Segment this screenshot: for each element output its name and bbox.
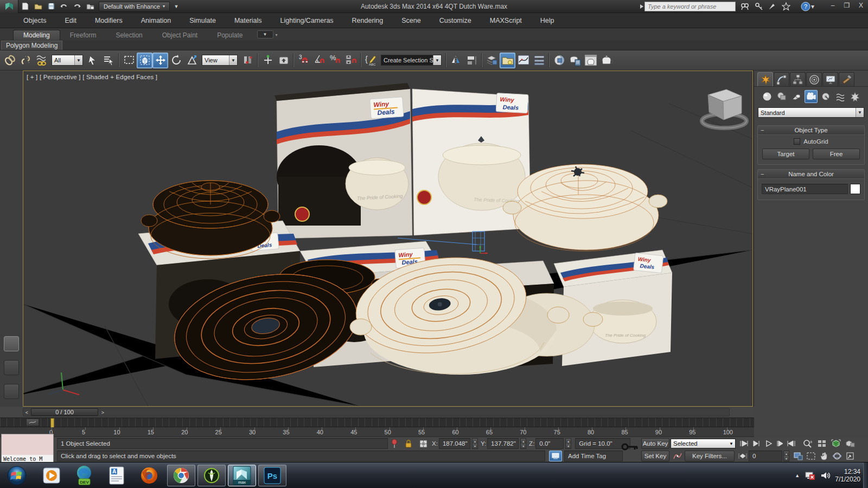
- perspective-viewport[interactable]: The Pride of Cooking Winy Deals The Prid…: [23, 70, 753, 407]
- panel-polygon-modeling[interactable]: Polygon Modeling: [1, 41, 62, 50]
- mirror-button[interactable]: [448, 53, 464, 68]
- select-by-name-button[interactable]: [101, 53, 117, 68]
- application-menu-button[interactable]: [0, 0, 18, 13]
- menu-modifiers[interactable]: Modifiers: [86, 14, 132, 28]
- time-tag-icon[interactable]: [549, 451, 562, 461]
- taskbar-3dsmax-button[interactable]: max: [228, 465, 256, 486]
- named-selection-sets-dropdown[interactable]: Create Selection Se ▼: [381, 55, 442, 66]
- frame-spinner[interactable]: ▲▼: [783, 451, 789, 461]
- viewport-layout-tab-2[interactable]: [4, 360, 19, 375]
- x-spinner[interactable]: ▲▼: [472, 438, 478, 449]
- select-and-scale-button[interactable]: [184, 53, 200, 68]
- rectangular-selection-region-button[interactable]: [121, 53, 137, 68]
- isolate-selection-button[interactable]: [792, 451, 804, 461]
- subscription-key-icon[interactable]: [753, 1, 765, 12]
- material-editor-button[interactable]: [551, 53, 567, 68]
- tab-hierarchy[interactable]: [790, 72, 806, 86]
- key-mode-toggle-button[interactable]: [737, 451, 749, 461]
- spinner-snap-toggle-button[interactable]: [343, 53, 359, 68]
- selection-filter-dropdown[interactable]: All ▼: [52, 55, 83, 66]
- volume-icon[interactable]: [820, 471, 830, 480]
- tab-modify[interactable]: [774, 72, 789, 86]
- maximize-viewport-toggle[interactable]: [844, 451, 856, 461]
- taskbar-coreldraw-button[interactable]: [197, 465, 226, 486]
- ribbon-tab-modeling[interactable]: Modeling: [13, 30, 60, 40]
- pan-view-button[interactable]: [818, 451, 830, 461]
- open-mini-curve-editor-button[interactable]: [26, 419, 39, 426]
- menu-lighting-cameras[interactable]: Lighting/Cameras: [271, 14, 343, 28]
- previous-frame-button[interactable]: [751, 438, 763, 449]
- z-spinner[interactable]: ▲▼: [565, 438, 571, 449]
- show-desktop-button[interactable]: [863, 463, 868, 488]
- select-object-button[interactable]: [85, 53, 101, 68]
- menu-simulate[interactable]: Simulate: [180, 14, 225, 28]
- viewport-label[interactable]: [ + ] [ Perspective ] [ Shaded + Edged F…: [27, 74, 157, 80]
- menu-scene[interactable]: Scene: [392, 14, 430, 28]
- time-slider-track[interactable]: < 0 / 100 >: [23, 408, 730, 416]
- manage-layers-button[interactable]: [484, 53, 500, 68]
- select-and-move-button[interactable]: [152, 53, 168, 68]
- menu-animation[interactable]: Animation: [132, 14, 181, 28]
- go-to-end-button[interactable]: [786, 438, 797, 449]
- ribbon-minimize-dropdown[interactable]: ▼: [257, 30, 273, 38]
- render-production-button[interactable]: [598, 53, 614, 68]
- object-type-header[interactable]: − Object Type: [758, 126, 864, 135]
- save-file-button[interactable]: [45, 2, 57, 11]
- sign-in-icon[interactable]: [766, 1, 778, 12]
- welcome-window-minimized[interactable]: Welcome to M: [1, 434, 54, 462]
- taskbar-photoshop-button[interactable]: Ps: [258, 465, 286, 486]
- help-caret-icon[interactable]: ▾: [809, 1, 816, 12]
- selection-lock-icon[interactable]: [403, 438, 414, 449]
- orbit-view-button[interactable]: [831, 451, 843, 461]
- category-shapes[interactable]: [775, 90, 788, 103]
- select-and-link-button[interactable]: [2, 53, 18, 68]
- category-systems[interactable]: [848, 90, 861, 103]
- tab-create[interactable]: [757, 72, 773, 86]
- project-folder-button[interactable]: [84, 2, 96, 11]
- search-icon[interactable]: [739, 1, 751, 12]
- object-class-dropdown[interactable]: Standard ▼: [758, 107, 864, 118]
- viewcube[interactable]: FRONT: [702, 71, 746, 128]
- next-frame-button[interactable]: [774, 438, 786, 449]
- set-key-button[interactable]: Set Key: [641, 451, 669, 461]
- window-crossing-toggle-button[interactable]: [137, 53, 152, 68]
- taskbar-wmp-icon[interactable]: [39, 465, 64, 486]
- edit-named-selection-sets-button[interactable]: {ABC: [363, 53, 379, 68]
- viewport-layout-tab-3[interactable]: [4, 384, 19, 399]
- current-time-marker[interactable]: [50, 418, 54, 428]
- taskbar-chrome-button[interactable]: [167, 465, 195, 486]
- x-coordinate-field[interactable]: 187.048": [439, 438, 470, 449]
- menu-materials[interactable]: Materials: [225, 14, 271, 28]
- angle-snap-toggle-button[interactable]: [311, 53, 327, 68]
- name-color-header[interactable]: − Name and Color: [758, 170, 864, 179]
- redo-button[interactable]: [71, 2, 83, 11]
- isolate-pin-icon[interactable]: [388, 438, 400, 449]
- category-space-warps[interactable]: [834, 90, 847, 103]
- percent-snap-toggle-button[interactable]: %: [327, 53, 343, 68]
- auto-key-button[interactable]: Auto Key: [641, 438, 669, 449]
- favorites-star-icon[interactable]: [780, 1, 792, 12]
- tab-utilities[interactable]: [839, 72, 854, 86]
- y-spinner[interactable]: ▲▼: [520, 438, 526, 449]
- current-frame-field[interactable]: 0: [749, 451, 782, 461]
- use-pivot-point-button[interactable]: [240, 53, 256, 68]
- taskbar-clock[interactable]: 12:34 7/1/2020: [835, 468, 860, 483]
- next-frame-arrow[interactable]: >: [99, 408, 106, 417]
- menu-edit[interactable]: Edit: [55, 14, 86, 28]
- taskbar-wordpad-icon[interactable]: A: [104, 465, 129, 486]
- absolute-mode-toggle[interactable]: [418, 438, 430, 449]
- y-coordinate-field[interactable]: 137.782": [487, 438, 519, 449]
- target-camera-button[interactable]: Target: [762, 149, 809, 159]
- ribbon-tab-populate[interactable]: Populate: [207, 30, 252, 40]
- curve-editor-button[interactable]: [515, 53, 531, 68]
- zoom-extents-all-button[interactable]: [816, 438, 828, 449]
- rendered-frame-window-button[interactable]: [583, 53, 598, 68]
- category-lights[interactable]: [790, 90, 803, 103]
- category-helpers[interactable]: [819, 90, 832, 103]
- snaps-toggle-button[interactable]: 3: [296, 53, 311, 68]
- taskbar-edge-dev-icon[interactable]: DEV: [72, 465, 97, 486]
- zoom-mode-button[interactable]: ±: [802, 438, 814, 449]
- search-input[interactable]: [644, 2, 736, 11]
- select-and-manipulate-button[interactable]: [260, 53, 276, 68]
- zoom-extents-all-selected-button[interactable]: [844, 438, 856, 449]
